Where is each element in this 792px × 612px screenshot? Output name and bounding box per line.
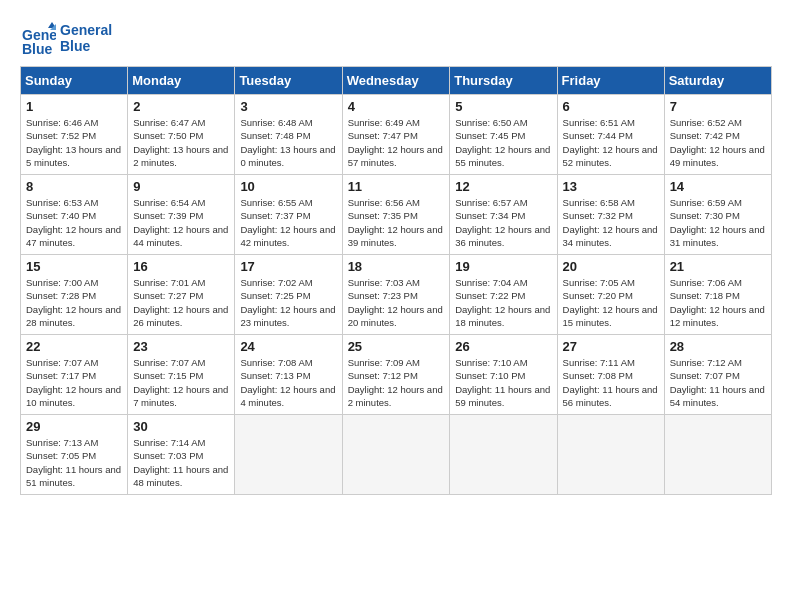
day-of-week-header: Friday (557, 67, 664, 95)
calendar-day-cell: 23Sunrise: 7:07 AMSunset: 7:15 PMDayligh… (128, 335, 235, 415)
calendar-day-cell: 14Sunrise: 6:59 AMSunset: 7:30 PMDayligh… (664, 175, 771, 255)
calendar-day-cell: 30Sunrise: 7:14 AMSunset: 7:03 PMDayligh… (128, 415, 235, 495)
day-info: Sunrise: 6:50 AMSunset: 7:45 PMDaylight:… (455, 116, 551, 169)
day-number: 18 (348, 259, 445, 274)
day-number: 29 (26, 419, 122, 434)
day-number: 25 (348, 339, 445, 354)
calendar-day-cell (450, 415, 557, 495)
day-number: 17 (240, 259, 336, 274)
day-info: Sunrise: 7:14 AMSunset: 7:03 PMDaylight:… (133, 436, 229, 489)
calendar-day-cell: 4Sunrise: 6:49 AMSunset: 7:47 PMDaylight… (342, 95, 450, 175)
day-info: Sunrise: 6:55 AMSunset: 7:37 PMDaylight:… (240, 196, 336, 249)
day-info: Sunrise: 6:59 AMSunset: 7:30 PMDaylight:… (670, 196, 766, 249)
day-number: 24 (240, 339, 336, 354)
calendar-day-cell: 2Sunrise: 6:47 AMSunset: 7:50 PMDaylight… (128, 95, 235, 175)
svg-text:Blue: Blue (22, 41, 53, 56)
day-info: Sunrise: 7:12 AMSunset: 7:07 PMDaylight:… (670, 356, 766, 409)
calendar-day-cell: 21Sunrise: 7:06 AMSunset: 7:18 PMDayligh… (664, 255, 771, 335)
calendar-week-row: 8Sunrise: 6:53 AMSunset: 7:40 PMDaylight… (21, 175, 772, 255)
day-info: Sunrise: 6:53 AMSunset: 7:40 PMDaylight:… (26, 196, 122, 249)
calendar-day-cell: 11Sunrise: 6:56 AMSunset: 7:35 PMDayligh… (342, 175, 450, 255)
day-info: Sunrise: 6:52 AMSunset: 7:42 PMDaylight:… (670, 116, 766, 169)
calendar-day-cell: 17Sunrise: 7:02 AMSunset: 7:25 PMDayligh… (235, 255, 342, 335)
day-number: 10 (240, 179, 336, 194)
calendar-day-cell: 18Sunrise: 7:03 AMSunset: 7:23 PMDayligh… (342, 255, 450, 335)
calendar: SundayMondayTuesdayWednesdayThursdayFrid… (20, 66, 772, 495)
calendar-week-row: 29Sunrise: 7:13 AMSunset: 7:05 PMDayligh… (21, 415, 772, 495)
day-number: 7 (670, 99, 766, 114)
day-info: Sunrise: 6:47 AMSunset: 7:50 PMDaylight:… (133, 116, 229, 169)
calendar-day-cell: 7Sunrise: 6:52 AMSunset: 7:42 PMDaylight… (664, 95, 771, 175)
day-number: 30 (133, 419, 229, 434)
day-number: 11 (348, 179, 445, 194)
day-of-week-header: Monday (128, 67, 235, 95)
day-number: 5 (455, 99, 551, 114)
logo-text: GeneralBlue (60, 22, 112, 54)
day-number: 28 (670, 339, 766, 354)
calendar-day-cell: 6Sunrise: 6:51 AMSunset: 7:44 PMDaylight… (557, 95, 664, 175)
day-number: 2 (133, 99, 229, 114)
calendar-day-cell: 20Sunrise: 7:05 AMSunset: 7:20 PMDayligh… (557, 255, 664, 335)
calendar-day-cell: 8Sunrise: 6:53 AMSunset: 7:40 PMDaylight… (21, 175, 128, 255)
calendar-day-cell: 5Sunrise: 6:50 AMSunset: 7:45 PMDaylight… (450, 95, 557, 175)
day-number: 12 (455, 179, 551, 194)
logo-icon: General Blue (20, 20, 56, 56)
day-info: Sunrise: 6:57 AMSunset: 7:34 PMDaylight:… (455, 196, 551, 249)
day-of-week-header: Wednesday (342, 67, 450, 95)
day-info: Sunrise: 7:11 AMSunset: 7:08 PMDaylight:… (563, 356, 659, 409)
day-number: 27 (563, 339, 659, 354)
logo: General Blue GeneralBlue (20, 20, 112, 56)
day-of-week-header: Thursday (450, 67, 557, 95)
day-info: Sunrise: 7:02 AMSunset: 7:25 PMDaylight:… (240, 276, 336, 329)
day-info: Sunrise: 7:04 AMSunset: 7:22 PMDaylight:… (455, 276, 551, 329)
day-info: Sunrise: 7:08 AMSunset: 7:13 PMDaylight:… (240, 356, 336, 409)
calendar-day-cell: 27Sunrise: 7:11 AMSunset: 7:08 PMDayligh… (557, 335, 664, 415)
day-info: Sunrise: 7:09 AMSunset: 7:12 PMDaylight:… (348, 356, 445, 409)
day-number: 23 (133, 339, 229, 354)
calendar-day-cell: 16Sunrise: 7:01 AMSunset: 7:27 PMDayligh… (128, 255, 235, 335)
day-info: Sunrise: 6:51 AMSunset: 7:44 PMDaylight:… (563, 116, 659, 169)
day-of-week-header: Sunday (21, 67, 128, 95)
day-number: 8 (26, 179, 122, 194)
calendar-header-row: SundayMondayTuesdayWednesdayThursdayFrid… (21, 67, 772, 95)
day-number: 20 (563, 259, 659, 274)
day-number: 9 (133, 179, 229, 194)
day-number: 3 (240, 99, 336, 114)
day-info: Sunrise: 6:46 AMSunset: 7:52 PMDaylight:… (26, 116, 122, 169)
calendar-day-cell: 28Sunrise: 7:12 AMSunset: 7:07 PMDayligh… (664, 335, 771, 415)
day-number: 14 (670, 179, 766, 194)
day-info: Sunrise: 7:05 AMSunset: 7:20 PMDaylight:… (563, 276, 659, 329)
day-number: 16 (133, 259, 229, 274)
day-info: Sunrise: 6:54 AMSunset: 7:39 PMDaylight:… (133, 196, 229, 249)
day-info: Sunrise: 7:13 AMSunset: 7:05 PMDaylight:… (26, 436, 122, 489)
day-info: Sunrise: 7:06 AMSunset: 7:18 PMDaylight:… (670, 276, 766, 329)
calendar-day-cell (235, 415, 342, 495)
calendar-day-cell: 22Sunrise: 7:07 AMSunset: 7:17 PMDayligh… (21, 335, 128, 415)
day-info: Sunrise: 6:58 AMSunset: 7:32 PMDaylight:… (563, 196, 659, 249)
day-number: 15 (26, 259, 122, 274)
day-info: Sunrise: 7:07 AMSunset: 7:15 PMDaylight:… (133, 356, 229, 409)
day-number: 4 (348, 99, 445, 114)
calendar-day-cell: 29Sunrise: 7:13 AMSunset: 7:05 PMDayligh… (21, 415, 128, 495)
calendar-day-cell: 15Sunrise: 7:00 AMSunset: 7:28 PMDayligh… (21, 255, 128, 335)
day-info: Sunrise: 6:56 AMSunset: 7:35 PMDaylight:… (348, 196, 445, 249)
calendar-day-cell: 13Sunrise: 6:58 AMSunset: 7:32 PMDayligh… (557, 175, 664, 255)
calendar-week-row: 1Sunrise: 6:46 AMSunset: 7:52 PMDaylight… (21, 95, 772, 175)
day-info: Sunrise: 7:10 AMSunset: 7:10 PMDaylight:… (455, 356, 551, 409)
day-number: 13 (563, 179, 659, 194)
day-number: 22 (26, 339, 122, 354)
calendar-day-cell: 12Sunrise: 6:57 AMSunset: 7:34 PMDayligh… (450, 175, 557, 255)
day-info: Sunrise: 7:00 AMSunset: 7:28 PMDaylight:… (26, 276, 122, 329)
calendar-day-cell (342, 415, 450, 495)
calendar-day-cell: 19Sunrise: 7:04 AMSunset: 7:22 PMDayligh… (450, 255, 557, 335)
day-info: Sunrise: 6:49 AMSunset: 7:47 PMDaylight:… (348, 116, 445, 169)
day-of-week-header: Tuesday (235, 67, 342, 95)
calendar-day-cell: 9Sunrise: 6:54 AMSunset: 7:39 PMDaylight… (128, 175, 235, 255)
calendar-day-cell (557, 415, 664, 495)
day-info: Sunrise: 6:48 AMSunset: 7:48 PMDaylight:… (240, 116, 336, 169)
day-number: 19 (455, 259, 551, 274)
header: General Blue GeneralBlue (20, 20, 772, 56)
calendar-day-cell: 24Sunrise: 7:08 AMSunset: 7:13 PMDayligh… (235, 335, 342, 415)
calendar-day-cell: 3Sunrise: 6:48 AMSunset: 7:48 PMDaylight… (235, 95, 342, 175)
day-number: 21 (670, 259, 766, 274)
